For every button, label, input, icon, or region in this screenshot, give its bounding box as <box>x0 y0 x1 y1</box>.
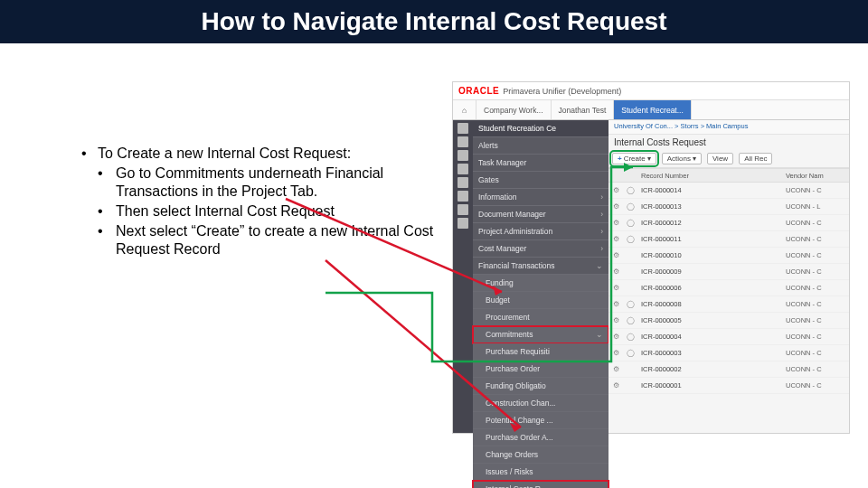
cell-record-number: ICR-0000011 <box>637 235 786 243</box>
cell-vendor: UCONN - C <box>786 219 849 227</box>
table-row[interactable]: ⚙ICR-0000002UCONN - C <box>609 361 849 378</box>
tab-student-rec[interactable]: Student Recreat... <box>614 100 692 119</box>
main-panel: University Of Con... > Storrs > Main Cam… <box>609 120 849 433</box>
cell-record-number: ICR-0000005 <box>637 316 786 324</box>
gear-icon: ⚙ <box>609 300 623 308</box>
nav-cost-manager[interactable]: Cost Manager› <box>473 240 609 258</box>
rail-icon[interactable] <box>458 136 468 147</box>
cell-record-number: ICR-0000008 <box>637 300 786 308</box>
nav-funding-oblig[interactable]: Funding Obligatio <box>473 378 609 395</box>
flag-icon: ◯ <box>623 300 637 308</box>
view-button[interactable]: View <box>707 153 733 164</box>
rail-icon[interactable] <box>458 191 468 202</box>
chevron-right-icon: › <box>600 227 603 236</box>
home-tab[interactable]: ⌂ <box>453 100 476 119</box>
table-row[interactable]: ⚙◯ICR-0000013UCONN - L <box>609 199 849 215</box>
panel-title: Internal Costs Request <box>609 135 849 150</box>
cell-record-number: ICR-0000001 <box>637 381 786 389</box>
table-row[interactable]: ⚙◯ICR-0000003UCONN - C <box>609 345 849 361</box>
flag-icon: ◯ <box>623 186 637 194</box>
gear-icon: ⚙ <box>609 219 623 227</box>
nav-construction-change[interactable]: Construction Chan... <box>473 395 609 412</box>
nav-issues-risks[interactable]: Issues / Risks <box>473 464 609 481</box>
caret-down-icon: ▾ <box>647 155 651 163</box>
rail-icon[interactable] <box>458 123 468 134</box>
table-row[interactable]: ⚙◯ICR-0000008UCONN - C <box>609 296 849 313</box>
nav-internal-costs-req[interactable]: Internal Costs R... <box>473 481 609 488</box>
table-row[interactable]: ⚙◯ICR-0000004UCONN - C <box>609 329 849 345</box>
nav-procurement[interactable]: Procurement <box>473 309 609 326</box>
flag-icon: ◯ <box>623 349 637 357</box>
table-row[interactable]: ⚙ICR-0000006UCONN - C <box>609 280 849 296</box>
gear-icon: ⚙ <box>609 186 623 194</box>
table-row[interactable]: ⚙◯ICR-0000012UCONN - C <box>609 215 849 231</box>
slide-title: How to Navigate Internal Cost Request <box>0 0 868 43</box>
icon-rail <box>453 120 473 433</box>
nav-potential-change[interactable]: Potential Change ... <box>473 412 609 429</box>
cell-vendor: UCONN - C <box>786 186 849 194</box>
rail-icon[interactable] <box>458 218 468 229</box>
bullet-sub1: Go to Commitments underneath Financial T… <box>116 164 439 201</box>
nav-financial-trans[interactable]: Financial Transactions⌄ <box>473 258 609 275</box>
nav-po-amend[interactable]: Purchase Order A... <box>473 429 609 446</box>
cell-record-number: ICR-0000009 <box>637 267 786 276</box>
nav-project-title: Student Recreation Ce <box>473 120 609 137</box>
cell-record-number: ICR-0000006 <box>637 284 786 292</box>
rail-icon[interactable] <box>458 164 468 174</box>
nav-purchase-order[interactable]: Purchase Order <box>473 361 609 378</box>
cell-record-number: ICR-0000004 <box>637 333 786 341</box>
cell-vendor: UCONN - C <box>786 300 849 308</box>
rail-icon[interactable] <box>458 204 468 215</box>
top-tabs: ⌂ Company Work... Jonathan Test Student … <box>453 100 849 120</box>
nav-task-manager[interactable]: Task Manager <box>473 155 609 172</box>
create-button[interactable]: +Create ▾ <box>612 153 656 164</box>
plus-icon: + <box>618 155 622 163</box>
actions-button[interactable]: Actions ▾ <box>662 153 702 164</box>
chevron-down-icon: ⌄ <box>596 261 603 270</box>
table-row[interactable]: ⚙◯ICR-0000011UCONN - C <box>609 231 849 248</box>
nav-doc-manager[interactable]: Document Manager› <box>473 206 609 223</box>
table-body: ⚙◯ICR-0000014UCONN - C⚙◯ICR-0000013UCONN… <box>609 183 849 433</box>
table-row[interactable]: ⚙◯ICR-0000005UCONN - C <box>609 313 849 329</box>
tab-company[interactable]: Company Work... <box>476 100 552 119</box>
cell-vendor: UCONN - C <box>786 349 849 357</box>
cell-record-number: ICR-0000010 <box>637 251 786 259</box>
nav-purchase-req[interactable]: Purchase Requisiti <box>473 343 609 361</box>
flag-icon: ◯ <box>623 316 637 324</box>
cell-vendor: UCONN - C <box>786 267 849 276</box>
nav-proj-admin[interactable]: Project Administration› <box>473 223 609 240</box>
cell-vendor: UCONN - C <box>786 284 849 292</box>
flag-icon: ◯ <box>623 235 637 243</box>
chevron-right-icon: › <box>600 244 603 253</box>
table-row[interactable]: ⚙ICR-0000009UCONN - C <box>609 264 849 280</box>
table-row[interactable]: ⚙ICR-0000001UCONN - C <box>609 378 849 394</box>
table-row[interactable]: ⚙ICR-0000010UCONN - C <box>609 248 849 264</box>
rail-icon[interactable] <box>458 150 468 161</box>
cell-vendor: UCONN - C <box>786 333 849 341</box>
gear-icon: ⚙ <box>609 316 623 324</box>
gear-icon: ⚙ <box>609 381 623 389</box>
gear-icon: ⚙ <box>609 349 623 357</box>
nav-commitments[interactable]: Commitments⌄ <box>473 326 609 343</box>
rail-icon[interactable] <box>458 177 468 188</box>
bullet-sub2: Then select Internal Cost Request <box>116 202 335 221</box>
nav-alerts[interactable]: Alerts <box>473 137 609 155</box>
flag-icon: ◯ <box>623 219 637 227</box>
nav-budget[interactable]: Budget <box>473 292 609 309</box>
nav-gates[interactable]: Gates <box>473 172 609 189</box>
nav-information[interactable]: Information› <box>473 189 609 206</box>
chevron-right-icon: › <box>600 210 603 219</box>
table-row[interactable]: ⚙◯ICR-0000014UCONN - C <box>609 183 849 199</box>
gear-icon: ⚙ <box>609 365 623 373</box>
all-records-button[interactable]: All Rec <box>739 153 772 164</box>
cell-record-number: ICR-0000012 <box>637 219 786 227</box>
chevron-right-icon: › <box>600 192 603 202</box>
tab-jonathan[interactable]: Jonathan Test <box>552 100 615 119</box>
nav-funding[interactable]: Funding <box>473 275 609 292</box>
chevron-down-icon: ⌄ <box>596 330 603 339</box>
oracle-logo: ORACLE <box>458 86 499 96</box>
cell-vendor: UCONN - C <box>786 251 849 259</box>
nav-change-orders[interactable]: Change Orders <box>473 446 609 464</box>
gear-icon: ⚙ <box>609 267 623 276</box>
cell-record-number: ICR-0000014 <box>637 186 786 194</box>
